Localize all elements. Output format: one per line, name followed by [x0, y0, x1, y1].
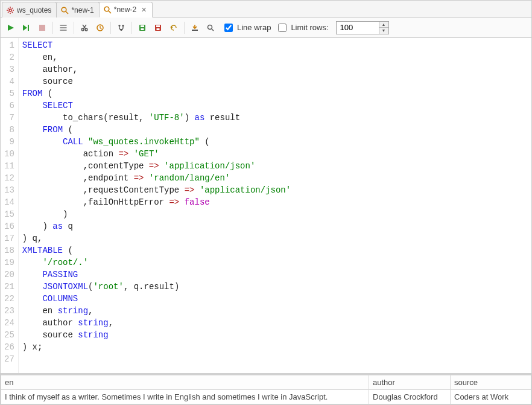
explain-plan-button[interactable] — [57, 21, 70, 34]
column-header[interactable]: source — [451, 375, 531, 390]
save-red-button[interactable] — [151, 21, 165, 34]
limit-rows-label: Limit rows: — [291, 23, 328, 32]
results-table[interactable]: enauthorsource I think of myself as a wr… — [1, 375, 531, 404]
spinner-down[interactable]: ▼ — [379, 27, 388, 34]
line-gutter: 1234567891011121314151617181920212223242… — [1, 38, 19, 373]
results-panel: enauthorsource I think of myself as a wr… — [1, 373, 531, 404]
svg-rect-6 — [39, 25, 45, 31]
svg-point-10 — [118, 24, 120, 26]
stop-button[interactable] — [36, 21, 49, 34]
tab--new-2[interactable]: *new-2✕ — [99, 2, 153, 18]
svg-point-1 — [62, 7, 67, 12]
run-button[interactable] — [4, 21, 17, 34]
tab-label: *new-1 — [71, 6, 93, 14]
table-cell[interactable]: I think of myself as a writer. Sometimes… — [1, 390, 369, 404]
close-icon[interactable]: ✕ — [140, 6, 147, 13]
svg-point-2 — [104, 7, 109, 11]
svg-rect-18 — [157, 28, 160, 30]
line-wrap-label: Line wrap — [237, 23, 271, 32]
svg-rect-14 — [141, 25, 144, 27]
export-button[interactable] — [188, 21, 201, 34]
code-content[interactable]: SELECT en, author, sourceFROM ( SELECT t… — [19, 38, 531, 373]
line-wrap-checkbox[interactable]: Line wrap — [222, 22, 271, 34]
svg-point-0 — [9, 9, 11, 11]
table-cell[interactable]: Coders at Work — [451, 390, 531, 404]
column-header[interactable]: en — [1, 375, 369, 390]
limit-rows-input[interactable] — [337, 22, 379, 34]
svg-rect-5 — [28, 25, 29, 31]
tab-bar: ws_quotes*new-1*new-2✕ — [1, 1, 531, 18]
limit-rows-spinner[interactable]: ▲ ▼ — [336, 21, 389, 34]
svg-point-11 — [122, 24, 124, 26]
svg-rect-15 — [141, 28, 144, 30]
run-step-button[interactable] — [20, 21, 33, 34]
tab--new-1[interactable]: *new-1 — [56, 2, 99, 18]
save-button[interactable] — [136, 21, 149, 34]
svg-marker-4 — [23, 25, 27, 31]
magnify-icon — [103, 5, 112, 14]
svg-rect-19 — [192, 30, 198, 31]
search-button[interactable] — [204, 21, 217, 34]
svg-marker-3 — [8, 25, 14, 31]
toolbar: Line wrap Limit rows: ▲ ▼ — [1, 18, 531, 38]
branch-button[interactable] — [115, 21, 128, 34]
tab-label: *new-2 — [114, 5, 136, 14]
spinner-up[interactable]: ▲ — [379, 22, 388, 28]
gear-icon — [6, 6, 14, 14]
tab-ws-quotes[interactable]: ws_quotes — [2, 2, 57, 18]
toolbar-separator — [52, 22, 53, 34]
table-row[interactable]: I think of myself as a writer. Sometimes… — [1, 390, 531, 404]
column-header[interactable]: author — [369, 375, 451, 390]
history-button[interactable] — [93, 21, 107, 34]
cut-button[interactable] — [78, 21, 91, 34]
undo-button[interactable] — [167, 21, 180, 34]
toolbar-separator — [74, 22, 74, 34]
limit-rows-checkbox[interactable]: Limit rows: — [276, 22, 328, 34]
sql-editor[interactable]: 1234567891011121314151617181920212223242… — [1, 38, 531, 373]
svg-rect-17 — [156, 25, 160, 27]
toolbar-separator — [131, 22, 132, 34]
toolbar-separator — [184, 22, 185, 34]
svg-point-20 — [208, 25, 212, 29]
magnify-icon — [60, 6, 69, 14]
toolbar-separator — [110, 22, 111, 34]
table-cell[interactable]: Douglas Crockford — [369, 390, 451, 404]
tab-label: ws_quotes — [17, 6, 51, 14]
